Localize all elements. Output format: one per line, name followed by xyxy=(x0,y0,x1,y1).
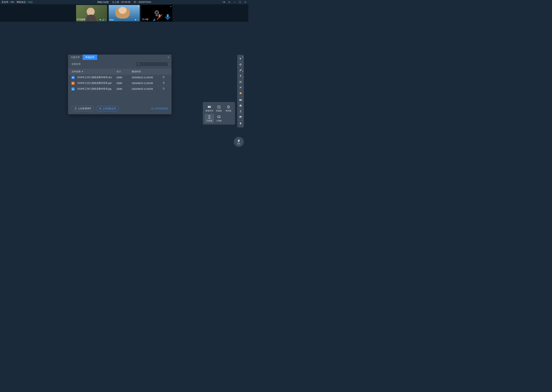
svg-text:A: A xyxy=(218,106,219,107)
file-time: 2020/06/23 12:09:09 xyxy=(132,82,162,84)
file-size: 200M xyxy=(116,88,132,90)
sort-icon: ▾ xyxy=(82,70,83,73)
raise-hand-button[interactable]: 0/2 xyxy=(234,137,244,147)
file-modal: 云盘文件 本地文件 × 全部文件 文件名称▾ 大小 修改时间 W2019年工作汇… xyxy=(68,55,172,114)
supported-types-link[interactable]: 文件支持类型 xyxy=(151,107,168,110)
video-tile[interactable]: × 王小明 xyxy=(141,5,172,21)
top-status-bar: 丢包率：0% 网络状态：良好 神秘大自然 已上课：02:34:09 ID：202… xyxy=(0,0,248,4)
video-strip: 叮当老师 × Nina × 王小明 xyxy=(0,4,248,22)
file-type-icon: P xyxy=(72,82,74,85)
mic-icon xyxy=(104,19,106,21)
svg-point-17 xyxy=(138,63,139,64)
file-name: 2019年工作汇报情况查询等等.ppt xyxy=(77,82,112,85)
elapsed-value: 02:34:09 xyxy=(121,1,130,3)
file-name: 2019年工作汇报情况查询等等.doc xyxy=(77,76,112,79)
close-icon[interactable] xyxy=(244,0,247,4)
svg-point-9 xyxy=(135,20,136,20)
tool-whiteboard[interactable]: 2+3小黑板 xyxy=(214,114,224,123)
right-toolbar: ✦ xyxy=(237,55,244,127)
participant-name: 叮当老师 xyxy=(77,18,85,21)
hand-count: 0/2 xyxy=(238,143,240,145)
tab-cloud-files[interactable]: 云盘文件 xyxy=(68,55,83,60)
mic-icon xyxy=(164,13,172,21)
participant-name: 王小明 xyxy=(142,18,148,21)
file-size: 200M xyxy=(116,82,132,84)
svg-line-18 xyxy=(139,64,140,65)
table-row[interactable]: P2019年工作汇报情况查询等等.ppt200M2020/06/23 12:09… xyxy=(68,80,172,86)
session-id-label: ID： xyxy=(134,1,138,3)
file-time: 2020/06/23 12:09:09 xyxy=(132,76,162,79)
file-name: 2019年工作汇报情况查询等等.jpg xyxy=(77,87,111,91)
filter-all-files[interactable]: 全部文件 xyxy=(72,63,81,66)
minimize-icon[interactable] xyxy=(233,0,236,4)
class-title: 神秘大自然 xyxy=(97,0,109,4)
mic-muted-icon xyxy=(156,13,163,21)
play-circle-icon xyxy=(99,107,102,110)
camera-indicator-icon xyxy=(135,19,137,21)
tool-bell[interactable] xyxy=(237,120,244,126)
tools-popover: 屏幕共享 AB答题器 抢答器 计时器 2+3小黑板 xyxy=(203,102,235,125)
tool-chat[interactable] xyxy=(237,114,244,120)
tool-buzzer[interactable]: 抢答器 xyxy=(224,104,233,113)
table-row[interactable]: W2019年工作汇报情况查询等等.doc200M2020/06/23 12:09… xyxy=(68,74,172,80)
svg-point-28 xyxy=(240,117,240,117)
svg-rect-0 xyxy=(223,1,225,3)
tool-users[interactable] xyxy=(237,108,244,114)
video-tile[interactable]: 叮当老师 xyxy=(76,5,107,21)
packet-loss-value: 0% xyxy=(11,1,14,3)
info-icon xyxy=(151,107,153,110)
document-icon xyxy=(74,107,77,110)
participant-name: Nina xyxy=(109,19,114,21)
delete-icon[interactable] xyxy=(162,76,165,79)
tile-close-icon[interactable]: × xyxy=(138,5,139,8)
packet-loss-label: 丢包率： xyxy=(1,1,11,3)
upload-normal-button[interactable]: 上传普通课件 xyxy=(72,106,94,111)
tool-screen-share[interactable]: 屏幕共享 xyxy=(205,104,214,113)
tab-local-files[interactable]: 本地文件 xyxy=(83,55,97,60)
tool-eraser[interactable] xyxy=(237,84,244,90)
tool-cursor[interactable]: ✦ xyxy=(237,56,244,62)
file-type-icon: W xyxy=(72,76,74,79)
svg-point-26 xyxy=(240,110,241,111)
column-modified[interactable]: 修改时间 xyxy=(132,70,162,73)
table-row[interactable]: ▲2019年工作汇报情况查询等等.jpg200M2020/06/23 12:09… xyxy=(68,86,172,92)
svg-rect-10 xyxy=(138,19,138,20)
tool-move[interactable] xyxy=(237,62,244,67)
tool-timer[interactable]: 计时器 xyxy=(205,114,214,123)
volume-bars-icon xyxy=(102,18,104,21)
modal-close-icon[interactable]: × xyxy=(165,56,172,59)
file-time: 2020/06/23 12:09:09 xyxy=(132,88,162,90)
table-header: 文件名称▾ 大小 修改时间 xyxy=(68,69,172,74)
video-tile[interactable]: × Nina xyxy=(109,5,140,21)
settings-icon[interactable] xyxy=(228,0,231,4)
delete-icon[interactable] xyxy=(162,88,165,91)
session-id-value: 2020070324 xyxy=(138,1,151,3)
column-filename[interactable]: 文件名称▾ xyxy=(72,70,116,73)
fullscreen-icon[interactable] xyxy=(239,0,241,4)
network-value: 良好 xyxy=(28,1,33,3)
upload-animated-button[interactable]: 上传动效文件 xyxy=(96,106,119,111)
svg-point-27 xyxy=(240,117,240,117)
svg-rect-16 xyxy=(167,14,169,18)
tool-folder[interactable] xyxy=(237,97,244,103)
column-size[interactable]: 大小 xyxy=(116,70,132,73)
record-icon[interactable] xyxy=(222,0,225,4)
search-icon xyxy=(138,63,140,65)
file-type-icon: ▲ xyxy=(72,87,74,91)
delete-icon[interactable] xyxy=(162,82,165,85)
tool-pen[interactable] xyxy=(237,67,244,73)
volume-bars-icon xyxy=(153,18,155,21)
svg-rect-25 xyxy=(240,105,242,106)
tool-text[interactable] xyxy=(237,73,244,79)
svg-text:2+3: 2+3 xyxy=(218,116,220,117)
search-input[interactable] xyxy=(136,62,168,66)
tool-quiz[interactable]: AB答题器 xyxy=(214,104,224,113)
tool-cut[interactable] xyxy=(237,79,244,84)
svg-point-29 xyxy=(241,117,241,117)
tool-toolbox[interactable] xyxy=(237,103,244,108)
mic-icon xyxy=(137,19,139,21)
tool-laser[interactable] xyxy=(237,90,244,96)
tile-close-icon[interactable]: × xyxy=(170,5,172,8)
camera-indicator-icon xyxy=(99,19,101,21)
svg-rect-7 xyxy=(105,19,106,20)
